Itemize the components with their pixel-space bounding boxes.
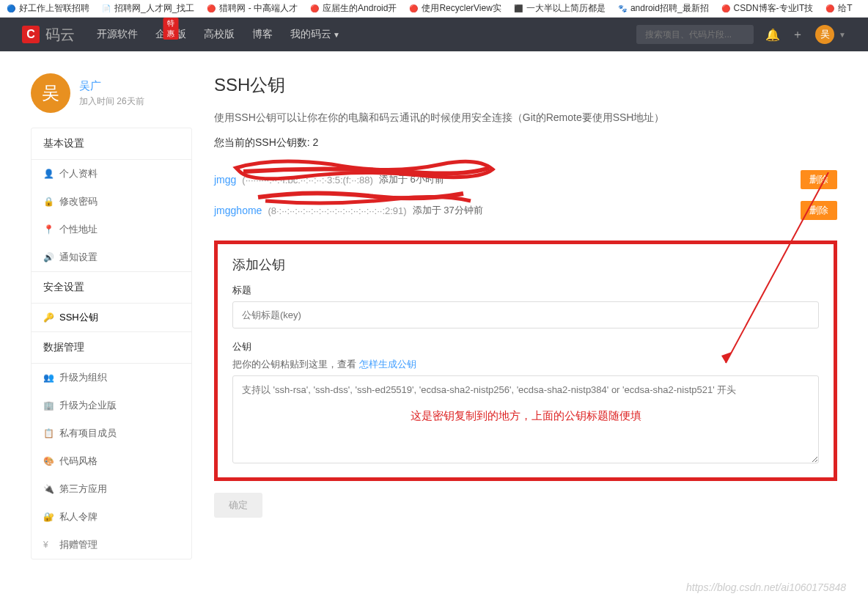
tab-title: 招聘网_人才网_找工: [114, 2, 194, 15]
nav-link-my[interactable]: 我的码云▼: [290, 28, 340, 41]
logo-text: 码云: [45, 25, 75, 45]
browser-tab[interactable]: 🔵好工作上智联招聘: [0, 1, 95, 16]
sidebar-item-upgrade-org[interactable]: 👥升级为组织: [32, 364, 191, 392]
sidebar: 吴 吴广 加入时间 26天前 基本设置 👤个人资料 🔒修改密码 📍个性地址 🔊通…: [31, 73, 192, 559]
nav-link-blog[interactable]: 博客: [252, 28, 273, 41]
sidebar-item-label: 捐赠管理: [59, 538, 98, 551]
add-key-form: 添加公钥 标题 公钥 把你的公钥粘贴到这里，查看 怎样生成公钥 这是密钥复制到的…: [214, 241, 837, 481]
sidebar-item-address[interactable]: 📍个性地址: [32, 216, 191, 243]
tab-title: 给T: [838, 2, 852, 15]
key-fingerprint: (·········:··:·f:bc:··:··:··:·3:5:(f:··:…: [242, 175, 372, 186]
profile-block: 吴 吴广 加入时间 26天前: [31, 73, 192, 113]
browser-tab[interactable]: 🔴给T: [819, 1, 858, 16]
sidebar-item-profile[interactable]: 👤个人资料: [32, 160, 191, 188]
speaker-icon: 🔊: [43, 252, 54, 263]
tab-favicon: 🔴: [721, 4, 731, 14]
nav-right: 🔔 ＋ 吴 ▼: [636, 25, 846, 44]
sidebar-item-label: 修改密码: [59, 195, 98, 208]
nav-link-enterprise[interactable]: 企业版: [155, 28, 186, 41]
browser-tabs-bar: 🔵好工作上智联招聘 📄招聘网_人才网_找工 🔴猎聘网 - 中高端人才 🔴应届生的…: [0, 0, 868, 18]
ssh-key-row: jmgg (·········:··:·f:bc:··:··:··:·3:5:(…: [214, 164, 837, 195]
group-icon: 👥: [43, 372, 54, 383]
chevron-down-icon[interactable]: ▼: [839, 31, 846, 39]
sidebar-item-label: 个人资料: [59, 167, 98, 180]
chevron-down-icon: ▼: [333, 31, 340, 39]
generate-key-link[interactable]: 怎样生成公钥: [359, 359, 416, 370]
key-label: 公钥: [232, 340, 819, 353]
key-added: 添加于 37分钟前: [413, 204, 483, 217]
tab-favicon: ⬛: [513, 4, 523, 14]
tab-title: 应届生的Android开: [323, 2, 397, 15]
key-name[interactable]: jmgg: [214, 174, 236, 186]
key-name[interactable]: jmgghome: [214, 205, 262, 216]
tab-favicon: 🔴: [825, 4, 835, 14]
ssh-key-list: jmgg (·········:··:·f:bc:··:··:··:·3:5:(…: [214, 164, 837, 226]
bell-icon[interactable]: 🔔: [765, 28, 780, 42]
key-count: 您当前的SSH公钥数: 2: [214, 136, 837, 150]
logo-icon: C: [22, 26, 40, 43]
sidebar-item-notifications[interactable]: 🔊通知设置: [32, 243, 191, 271]
sidebar-item-code-style[interactable]: 🎨代码风格: [32, 447, 191, 475]
sidebar-item-password[interactable]: 🔒修改密码: [32, 188, 191, 216]
palette-icon: 🎨: [43, 456, 54, 466]
sidebar-item-label: 第三方应用: [59, 482, 107, 496]
tab-favicon: 🐾: [617, 4, 628, 14]
delete-button[interactable]: 删除: [801, 170, 837, 189]
page-title: SSH公钥: [214, 73, 837, 97]
key-added: 添加于 6小时前: [379, 173, 444, 186]
sidebar-item-tokens[interactable]: 🔐私人令牌: [32, 503, 191, 531]
form-section-title: 添加公钥: [232, 256, 819, 274]
browser-tab[interactable]: ⬛一大半以上简历都是: [507, 1, 611, 16]
tab-title: CSDN博客-专业IT技: [734, 2, 814, 15]
lock-icon: 🔐: [43, 512, 54, 522]
tab-favicon: 🔴: [206, 4, 216, 14]
tab-favicon: 📄: [101, 4, 111, 14]
sidebar-item-label: 个性地址: [59, 223, 98, 236]
nav-header: C 码云 开源软件 企业版 高校版 博客 我的码云▼ 🔔 ＋ 吴 ▼: [0, 18, 868, 51]
browser-tab[interactable]: 🔴使用RecyclerView实: [402, 1, 507, 16]
profile-avatar[interactable]: 吴: [31, 73, 70, 113]
plus-icon[interactable]: ＋: [792, 27, 803, 43]
sidebar-item-donations[interactable]: ¥捐赠管理: [32, 531, 191, 559]
side-panel: 基本设置 👤个人资料 🔒修改密码 📍个性地址 🔊通知设置 安全设置 🔑SSH公钥…: [31, 128, 192, 559]
sidebar-item-label: 通知设置: [59, 251, 98, 264]
sidebar-item-label: 私有项目成员: [59, 427, 117, 440]
tab-title: 使用RecyclerView实: [422, 2, 501, 15]
sidebar-item-label: SSH公钥: [59, 311, 98, 324]
sidebar-item-label: 升级为企业版: [59, 399, 117, 412]
nav-link-opensource[interactable]: 开源软件: [97, 28, 138, 41]
delete-button[interactable]: 删除: [801, 201, 837, 220]
key-icon: 🔑: [43, 312, 54, 323]
building-icon: 🏢: [43, 400, 54, 411]
yen-icon: ¥: [43, 540, 54, 550]
nav-link-education[interactable]: 高校版: [204, 28, 235, 41]
tab-title: 好工作上智联招聘: [19, 2, 89, 15]
search-input[interactable]: [636, 25, 754, 44]
sidebar-item-label: 升级为组织: [59, 371, 107, 384]
ssh-key-row: jmgghome (8·:··:··:··:··:··:··:··:··:··:…: [214, 195, 837, 226]
browser-tab[interactable]: 📄招聘网_人才网_找工: [95, 1, 200, 16]
tab-title: 猎聘网 - 中高端人才: [219, 2, 298, 15]
sidebar-item-sshkeys[interactable]: 🔑SSH公钥: [32, 304, 191, 331]
clipboard-icon: 📋: [43, 428, 54, 438]
logo[interactable]: C 码云: [22, 25, 75, 45]
sidebar-item-private-members[interactable]: 📋私有项目成员: [32, 419, 191, 447]
sidebar-item-third-party[interactable]: 🔌第三方应用: [32, 475, 191, 503]
tab-favicon: 🔴: [408, 4, 419, 14]
submit-button[interactable]: 确定: [214, 493, 262, 518]
key-title-input[interactable]: [232, 301, 819, 328]
user-avatar[interactable]: 吴: [815, 25, 834, 44]
public-key-textarea[interactable]: [232, 375, 819, 463]
title-label: 标题: [232, 284, 819, 297]
browser-tab[interactable]: 🔴猎聘网 - 中高端人才: [200, 1, 304, 16]
tab-favicon: 🔵: [6, 4, 16, 14]
sidebar-item-upgrade-ent[interactable]: 🏢升级为企业版: [32, 392, 191, 419]
page-description: 使用SSH公钥可以让你在你的电脑和码云通讯的时候使用安全连接（Git的Remot…: [214, 111, 837, 125]
tab-title: android招聘_最新招: [630, 2, 709, 15]
browser-tab[interactable]: 🐾android招聘_最新招: [611, 1, 715, 16]
browser-tab[interactable]: 🔴应届生的Android开: [304, 1, 402, 16]
sidebar-section-data: 数据管理: [32, 332, 191, 364]
browser-tab[interactable]: 🔴CSDN博客-专业IT技: [715, 1, 820, 16]
tab-title: 一大半以上简历都是: [526, 2, 606, 15]
profile-name[interactable]: 吴广: [79, 79, 144, 93]
